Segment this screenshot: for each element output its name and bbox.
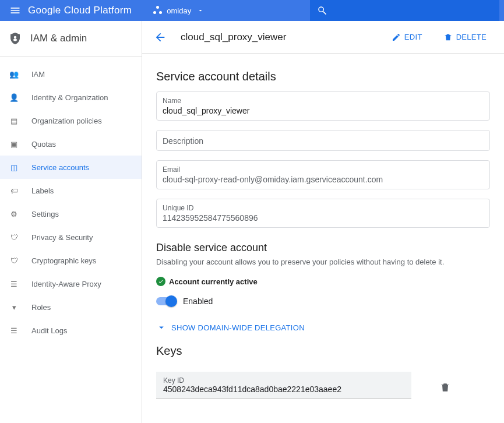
status-text: Account currently active	[169, 277, 258, 286]
sidebar-item-labels[interactable]: 🏷Labels	[0, 179, 142, 202]
product-header: IAM & admin	[0, 21, 142, 57]
sidebar-item-org-policies[interactable]: ▤Organization policies	[0, 109, 142, 132]
list-icon: ☰	[8, 326, 20, 335]
sidebar-item-iap[interactable]: ☰Identity-Aware Proxy	[0, 272, 142, 295]
check-circle-icon	[156, 277, 165, 286]
disable-help-text: Disabling your account allows you to pre…	[156, 258, 490, 266]
search-icon	[317, 5, 327, 16]
sidebar-item-audit[interactable]: ☰Audit Logs	[0, 319, 142, 342]
enabled-toggle[interactable]	[156, 297, 176, 305]
key-icon: ◫	[8, 163, 20, 172]
shield-icon	[8, 31, 22, 45]
sidebar-item-iam[interactable]: 👥IAM	[0, 62, 142, 86]
gear-icon: ⚙	[8, 210, 20, 218]
uid-label: Unique ID	[163, 204, 484, 212]
iap-icon: ☰	[8, 280, 20, 288]
keys-section-title: Keys	[156, 344, 490, 358]
disable-section-title: Disable service account	[156, 242, 490, 254]
name-value: cloud_sql_proxy_viewer	[163, 106, 484, 115]
name-field[interactable]: Name cloud_sql_proxy_viewer	[156, 91, 490, 121]
section-details-title: Service account details	[156, 70, 490, 83]
keyid-label: Key ID	[163, 376, 404, 385]
account-icon: 👤	[8, 93, 20, 102]
sidebar-item-quotas[interactable]: ▣Quotas	[0, 132, 142, 156]
doc-icon: ▤	[8, 117, 20, 125]
name-label: Name	[163, 97, 484, 105]
people-icon: 👥	[8, 70, 20, 79]
key-id-field: Key ID 4508243deca943fd11dca8ad0bae2221e…	[156, 372, 411, 399]
trash-icon	[439, 382, 451, 393]
project-name: omiday	[167, 6, 191, 15]
hat-icon: ▾	[8, 303, 20, 312]
uid-value: 114235952584775560896	[163, 213, 484, 223]
hamburger-menu-icon[interactable]	[5, 5, 26, 16]
sidebar-item-roles[interactable]: ▾Roles	[0, 295, 142, 319]
description-field[interactable]: Description	[156, 130, 490, 151]
email-field: Email cloud-sql-proxy-read-only@omiday.i…	[156, 160, 490, 189]
nav-list: 👥IAM 👤Identity & Organization ▤Organizat…	[0, 57, 142, 348]
sidebar-item-crypto[interactable]: 🛡Cryptographic keys	[0, 249, 142, 272]
pencil-icon	[392, 33, 401, 42]
chevron-down-icon	[156, 322, 167, 333]
unique-id-field: Unique ID 114235952584775560896	[156, 199, 490, 228]
product-title: IAM & admin	[30, 33, 87, 44]
project-dots-icon	[153, 5, 163, 16]
chevron-down-icon	[197, 7, 204, 14]
page-title: cloud_sql_proxy_viewer	[181, 31, 286, 43]
sidebar-item-settings[interactable]: ⚙Settings	[0, 202, 142, 225]
svg-point-0	[14, 36, 16, 38]
sidebar-item-service-accounts[interactable]: ◫Service accounts	[0, 156, 142, 179]
email-value: cloud-sql-proxy-read-only@omiday.iam.gse…	[163, 175, 484, 184]
project-picker[interactable]: omiday	[146, 0, 211, 21]
description-placeholder: Description	[163, 136, 484, 146]
sidebar: IAM & admin 👥IAM 👤Identity & Organizatio…	[0, 21, 142, 423]
brand-title: Google Cloud Platform	[28, 5, 132, 16]
search-input[interactable]	[310, 0, 499, 21]
edit-button[interactable]: EDIT	[386, 29, 428, 45]
toggle-label: Enabled	[183, 297, 213, 306]
status-row: Account currently active	[156, 277, 490, 286]
trash-icon	[443, 33, 453, 42]
sidebar-item-privacy[interactable]: 🛡Privacy & Security	[0, 225, 142, 249]
shield-icon: 🛡	[8, 233, 20, 242]
show-delegation-link[interactable]: SHOW DOMAIN-WIDE DELEGATION	[156, 322, 490, 333]
sidebar-item-identity[interactable]: 👤Identity & Organization	[0, 86, 142, 109]
delete-key-button[interactable]	[439, 382, 451, 393]
back-arrow-icon[interactable]	[154, 31, 167, 44]
tag-icon: 🏷	[8, 186, 20, 195]
email-label: Email	[163, 165, 484, 174]
save-icon: ▣	[8, 140, 20, 149]
delete-button[interactable]: DELETE	[438, 29, 492, 45]
shield-icon: 🛡	[8, 256, 20, 265]
keyid-value: 4508243deca943fd11dca8ad0bae2221e03aaee2	[163, 385, 404, 394]
